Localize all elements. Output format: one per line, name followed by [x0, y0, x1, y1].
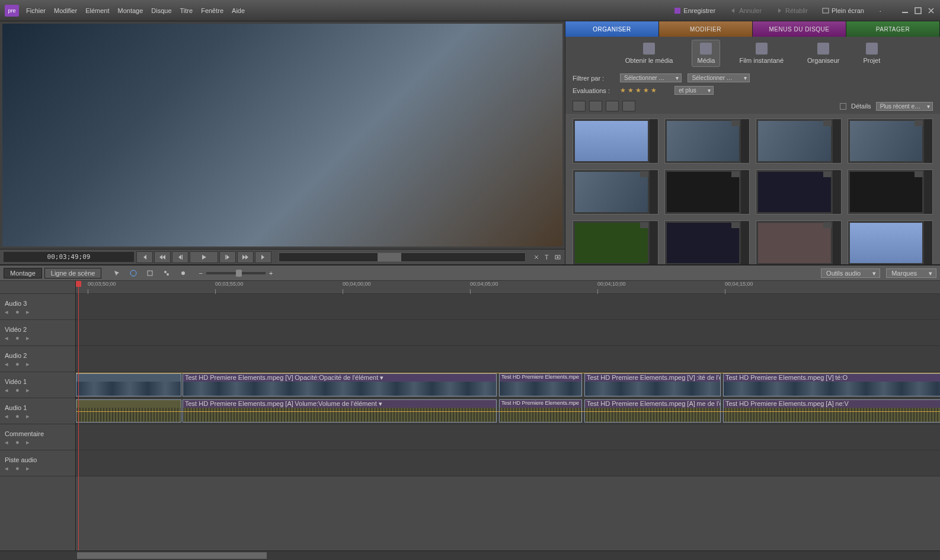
menu-disque[interactable]: Disque [151, 7, 171, 14]
track-toggle-icon[interactable]: ◂ [5, 308, 12, 314]
track-toggle-icon[interactable]: ◂ [5, 360, 12, 366]
filter-select-2[interactable]: Sélectionner … [688, 73, 749, 82]
track-toggle-icon[interactable]: ◂ [5, 386, 12, 392]
track-mute-icon[interactable]: ● [15, 360, 23, 366]
zoom-thumb[interactable] [236, 270, 242, 277]
track-lane-video1[interactable]: Test HD Premiere Elements.mpeg [V] Opaci… [76, 372, 940, 398]
track-head-video1[interactable]: Vidéo 1◂●▸ [0, 372, 75, 398]
track-lane-commentaire[interactable] [76, 424, 940, 450]
tab-modifier[interactable]: MODIFIER [659, 21, 753, 37]
fx-tool[interactable] [159, 268, 174, 279]
track-lane-video2[interactable] [76, 320, 940, 346]
rating-stars[interactable]: ★ ★ ★ ★ ★ [620, 87, 657, 94]
track-expand-icon[interactable]: ▸ [26, 412, 33, 418]
timeline-content[interactable]: 00;03;50;00 00;03;55;00 00;04;00;00 00;0… [76, 281, 940, 551]
timecode-display[interactable]: 00;03;49;09 [4, 252, 134, 262]
media-thumb[interactable] [664, 169, 750, 215]
track-expand-icon[interactable]: ▸ [26, 334, 33, 340]
track-toggle-icon[interactable]: ◂ [5, 334, 12, 340]
organiseur-button[interactable]: Organiseur [802, 40, 844, 66]
step-back-button[interactable] [172, 251, 188, 263]
track-head-piste-audio[interactable]: Piste audio◂●▸ [0, 450, 75, 476]
playhead[interactable] [78, 281, 79, 551]
save-button[interactable]: Enregistrer [670, 6, 719, 15]
track-toggle-icon[interactable]: ◂ [5, 465, 12, 471]
menu-fenetre[interactable]: Fenêtre [201, 7, 223, 14]
media-thumb[interactable] [573, 169, 658, 215]
time-tool[interactable] [126, 268, 140, 279]
media-thumb[interactable] [848, 119, 933, 164]
title-icon[interactable]: T [543, 254, 551, 261]
media-thumb[interactable] [848, 169, 933, 215]
track-mute-icon[interactable]: ● [15, 439, 23, 444]
audio-tools-dropdown[interactable]: Outils audio [821, 268, 880, 278]
view-list-button[interactable] [573, 101, 586, 111]
media-button[interactable]: Média [692, 40, 720, 67]
sort-select[interactable]: Plus récent e… [876, 102, 933, 111]
menu-titre[interactable]: Titre [180, 7, 193, 14]
selection-tool[interactable] [110, 268, 124, 279]
tab-menus-disque[interactable]: MENUS DU DISQUE [753, 21, 846, 37]
time-ruler[interactable]: 00;03;50;00 00;03;55;00 00;04;00;00 00;0… [76, 281, 940, 294]
track-mute-icon[interactable]: ● [15, 412, 23, 418]
rewind-button[interactable] [154, 251, 171, 263]
track-expand-icon[interactable]: ▸ [26, 360, 33, 366]
zoom-in-button[interactable]: + [269, 270, 273, 277]
filter-select-1[interactable]: Sélectionner … [620, 73, 682, 82]
track-lane-piste-audio[interactable] [76, 450, 940, 476]
split-icon[interactable] [533, 254, 540, 261]
close-icon[interactable] [927, 7, 935, 15]
clip-video[interactable]: Test HD Premiere Elements.mpe [499, 373, 582, 396]
tab-ligne-scene[interactable]: Ligne de scène [44, 268, 102, 279]
shuttle-thumb[interactable] [378, 253, 401, 261]
view-img-button[interactable] [606, 101, 619, 111]
track-expand-icon[interactable]: ▸ [26, 439, 33, 444]
projet-button[interactable]: Projet [858, 40, 885, 66]
track-head-commentaire[interactable]: Commentaire◂●▸ [0, 424, 75, 450]
track-head-audio3[interactable]: Audio 3◂●▸ [0, 294, 75, 320]
track-expand-icon[interactable]: ▸ [26, 386, 33, 392]
timeline-scrollbar[interactable] [0, 551, 940, 560]
zoom-out-button[interactable]: − [199, 270, 202, 277]
marques-dropdown[interactable]: Marques [886, 268, 936, 278]
film-instantane-button[interactable]: Film instantané [734, 40, 788, 66]
track-expand-icon[interactable]: ▸ [26, 465, 33, 471]
marker-tool[interactable] [176, 268, 190, 279]
maximize-icon[interactable] [914, 7, 922, 15]
goto-out-button[interactable] [255, 251, 271, 263]
undo-button[interactable]: Annuler [726, 6, 765, 15]
track-head-audio1[interactable]: Audio 1◂●▸ [0, 398, 75, 424]
snapshot-icon[interactable] [554, 254, 561, 261]
track-head-video2[interactable]: Vidéo 2◂●▸ [0, 320, 75, 346]
media-thumb[interactable] [573, 119, 658, 164]
goto-in-button[interactable] [136, 251, 153, 263]
track-expand-icon[interactable]: ▸ [26, 308, 33, 314]
clip-video[interactable]: Test HD Premiere Elements.mpeg [V] :ité … [584, 373, 721, 396]
menu-fichier[interactable]: Fichier [26, 7, 46, 14]
shuttle-slider[interactable] [279, 252, 526, 262]
zoom-slider[interactable] [206, 272, 266, 274]
track-mute-icon[interactable]: ● [15, 465, 23, 471]
clip-video[interactable] [76, 373, 181, 396]
track-lane-audio3[interactable] [76, 294, 940, 320]
fastfwd-button[interactable] [237, 251, 254, 263]
obtenir-media-button[interactable]: Obtenir le média [621, 40, 678, 66]
view-audio-button[interactable] [589, 101, 602, 111]
menu-modifier[interactable]: Modifier [54, 7, 77, 14]
view-all-button[interactable] [622, 101, 635, 111]
tab-partager[interactable]: PARTAGER [846, 21, 940, 37]
media-thumb[interactable] [848, 220, 933, 264]
media-thumb[interactable] [573, 220, 658, 264]
media-thumb[interactable] [756, 220, 842, 264]
redo-button[interactable]: Rétablir [772, 6, 811, 15]
home-icon[interactable] [875, 6, 884, 15]
track-mute-icon[interactable]: ● [15, 334, 23, 340]
etplus-select[interactable]: et plus [674, 86, 713, 95]
track-head-audio2[interactable]: Audio 2◂●▸ [0, 346, 75, 372]
minimize-icon[interactable] [901, 7, 909, 15]
track-lane-audio1[interactable]: Test HD Premiere Elements.mpeg [A] Volum… [76, 398, 940, 424]
track-toggle-icon[interactable]: ◂ [5, 439, 12, 444]
media-thumb[interactable] [756, 169, 842, 215]
media-thumb[interactable] [756, 119, 842, 164]
track-toggle-icon[interactable]: ◂ [5, 412, 12, 418]
